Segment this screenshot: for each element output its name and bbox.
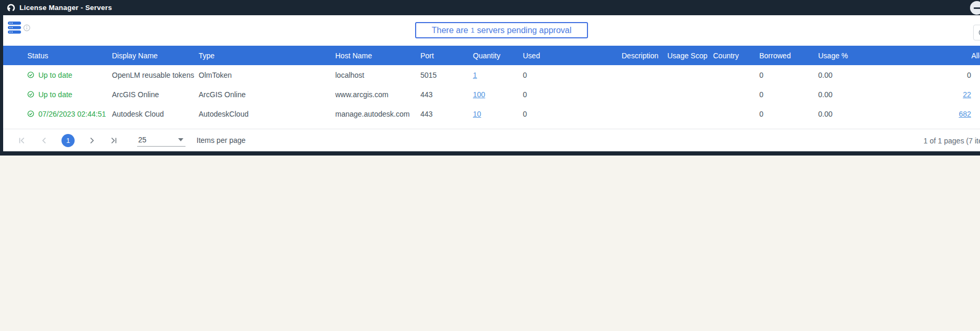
table-row: Up to date ArcGIS Online ArcGIS Online w… (3, 85, 980, 104)
minus-icon (974, 7, 980, 9)
column-header-allocated[interactable]: Allocated (893, 51, 980, 60)
status-text: Up to date (38, 71, 73, 79)
port-cell: 5015 (420, 71, 473, 79)
type-cell: OlmToken (199, 71, 335, 79)
port-cell: 443 (420, 90, 473, 99)
items-per-page-value: 25 (138, 136, 147, 144)
used-cell: 0 (523, 110, 622, 118)
column-header-usage-pct[interactable]: Usage % (818, 51, 893, 60)
usage-pct-cell: 0.00 (818, 71, 893, 79)
column-header-port[interactable]: Port (420, 51, 473, 60)
column-header-quantity[interactable]: Quantity (473, 51, 523, 60)
table-row: Up to date OpenLM reusable tokens OlmTok… (3, 65, 980, 85)
info-icon[interactable] (23, 24, 30, 32)
refresh-button[interactable] (973, 25, 980, 40)
column-header-country[interactable]: Country (713, 51, 759, 60)
table-header-row: Status Display Name Type Host Name Port … (3, 46, 980, 65)
display-name-cell: Autodesk Cloud (112, 110, 199, 118)
type-cell: ArcGIS Online (199, 90, 335, 99)
content-frame: There are 1 servers pending approval Sta… (0, 15, 980, 156)
pending-approval-banner[interactable]: There are 1 servers pending approval (415, 22, 588, 38)
borrowed-cell: 0 (759, 90, 818, 99)
status-ok-icon (27, 110, 34, 117)
quantity-link[interactable]: 10 (473, 110, 481, 118)
banner-text-prefix: There are (432, 26, 468, 35)
last-page-icon[interactable] (110, 137, 118, 144)
pending-count: 1 (471, 27, 474, 34)
items-per-page-select[interactable]: 25 (137, 135, 185, 147)
column-header-status[interactable]: Status (25, 51, 112, 60)
toolbar: There are 1 servers pending approval (3, 15, 980, 46)
column-header-host-name[interactable]: Host Name (335, 51, 420, 60)
previous-page-icon[interactable] (40, 137, 48, 144)
first-page-icon[interactable] (18, 137, 26, 144)
chevron-down-icon (178, 138, 183, 141)
next-page-icon[interactable] (88, 137, 96, 144)
port-cell: 443 (420, 110, 473, 118)
server-stack-icon[interactable] (7, 21, 22, 35)
quantity-link[interactable]: 1 (473, 71, 477, 79)
status-text: Up to date (38, 90, 73, 99)
items-per-page-label: Items per page (197, 136, 245, 144)
used-cell: 0 (523, 71, 622, 79)
pagination-bar: 1 25 Items per page 1 of 1 pages (7 item… (3, 129, 980, 151)
column-header-usage-scope[interactable]: Usage Scop (667, 51, 713, 60)
column-header-borrowed[interactable]: Borrowed (759, 51, 818, 60)
used-cell: 0 (523, 90, 622, 99)
display-name-cell: ArcGIS Online (112, 90, 199, 99)
allocated-cell: 0 (893, 71, 980, 79)
quantity-link[interactable]: 100 (473, 90, 485, 99)
page-title: License Manager - Servers (19, 4, 112, 12)
column-header-description[interactable]: Description (622, 51, 667, 60)
minimize-button[interactable] (970, 1, 980, 15)
usage-pct-cell: 0.00 (818, 110, 893, 118)
app-top-bar: License Manager - Servers (0, 0, 980, 15)
borrowed-cell: 0 (759, 71, 818, 79)
page-summary: 1 of 1 pages (7 items) (924, 137, 980, 145)
host-name-cell: localhost (335, 71, 420, 79)
usage-pct-cell: 0.00 (818, 90, 893, 99)
page-background (0, 156, 980, 331)
borrowed-cell: 0 (759, 110, 818, 118)
host-name-cell: manage.autodesk.com (335, 110, 420, 118)
status-cell: 07/26/2023 02:44:51 (25, 110, 112, 118)
allocated-link[interactable]: 682 (959, 110, 971, 118)
servers-panel: There are 1 servers pending approval Sta… (3, 15, 980, 151)
refresh-icon (977, 28, 980, 37)
status-cell: Up to date (25, 90, 112, 99)
table-row: 07/26/2023 02:44:51 Autodesk Cloud Autod… (3, 104, 980, 123)
status-text: 07/26/2023 02:44:51 (38, 110, 106, 118)
banner-text-suffix: servers pending approval (477, 26, 572, 35)
openlm-logo-icon (6, 3, 16, 13)
status-cell: Up to date (25, 71, 112, 79)
column-header-type[interactable]: Type (199, 51, 335, 60)
column-header-used[interactable]: Used (523, 51, 622, 60)
display-name-cell: OpenLM reusable tokens (112, 71, 199, 79)
column-header-display-name[interactable]: Display Name (112, 51, 199, 60)
status-ok-icon (27, 91, 34, 98)
type-cell: AutodeskCloud (199, 110, 335, 118)
host-name-cell: www.arcgis.com (335, 90, 420, 99)
allocated-link[interactable]: 22 (963, 90, 971, 99)
status-ok-icon (27, 71, 34, 78)
current-page-button[interactable]: 1 (61, 134, 75, 147)
